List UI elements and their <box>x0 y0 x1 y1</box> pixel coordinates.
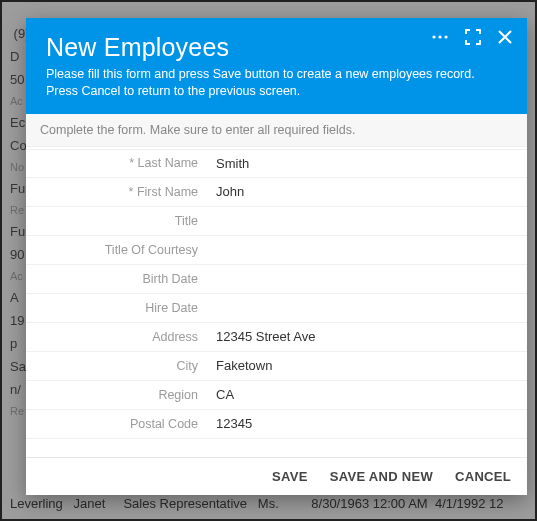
input-region[interactable] <box>216 381 513 409</box>
save-button[interactable]: SAVE <box>272 469 308 484</box>
field-title: Title <box>26 207 527 236</box>
dialog-header: New Employees Please fill this form and … <box>26 18 527 114</box>
more-icon[interactable] <box>431 28 449 46</box>
form-area: * Last Name * First Name Title Title Of … <box>26 147 527 457</box>
svg-point-0 <box>432 35 435 38</box>
field-hire-date: Hire Date <box>26 294 527 323</box>
label-address: Address <box>26 330 216 344</box>
input-city[interactable] <box>216 352 513 380</box>
svg-point-2 <box>444 35 447 38</box>
label-last-name: * Last Name <box>26 156 216 170</box>
input-address[interactable] <box>216 323 513 351</box>
field-address: Address <box>26 323 527 352</box>
label-first-name: * First Name <box>26 185 216 199</box>
field-city: City <box>26 352 527 381</box>
input-birth-date[interactable] <box>216 265 513 293</box>
label-birth-date: Birth Date <box>26 272 216 286</box>
close-icon[interactable] <box>497 29 513 45</box>
input-title[interactable] <box>216 207 513 235</box>
field-last-name: * Last Name <box>26 149 527 178</box>
input-postal-code[interactable] <box>216 410 513 438</box>
input-first-name[interactable] <box>216 178 513 206</box>
save-and-new-button[interactable]: SAVE AND NEW <box>330 469 433 484</box>
input-hire-date[interactable] <box>216 294 513 322</box>
new-employees-dialog: New Employees Please fill this form and … <box>26 18 527 495</box>
action-bar: SAVE SAVE AND NEW CANCEL <box>26 457 527 495</box>
field-region: Region <box>26 381 527 410</box>
label-postal-code: Postal Code <box>26 417 216 431</box>
svg-point-1 <box>438 35 441 38</box>
label-region: Region <box>26 388 216 402</box>
label-city: City <box>26 359 216 373</box>
instruction-text: Complete the form. Make sure to enter al… <box>26 114 527 147</box>
field-birth-date: Birth Date <box>26 265 527 294</box>
field-first-name: * First Name <box>26 178 527 207</box>
field-postal-code: Postal Code <box>26 410 527 439</box>
cancel-button[interactable]: CANCEL <box>455 469 511 484</box>
input-title-of-courtesy[interactable] <box>216 236 513 264</box>
fullscreen-icon[interactable] <box>465 29 481 45</box>
label-title: Title <box>26 214 216 228</box>
input-last-name[interactable] <box>216 150 513 177</box>
dialog-subtitle: Please fill this form and press Save but… <box>46 66 486 100</box>
label-title-of-courtesy: Title Of Courtesy <box>26 243 216 257</box>
label-hire-date: Hire Date <box>26 301 216 315</box>
field-title-of-courtesy: Title Of Courtesy <box>26 236 527 265</box>
